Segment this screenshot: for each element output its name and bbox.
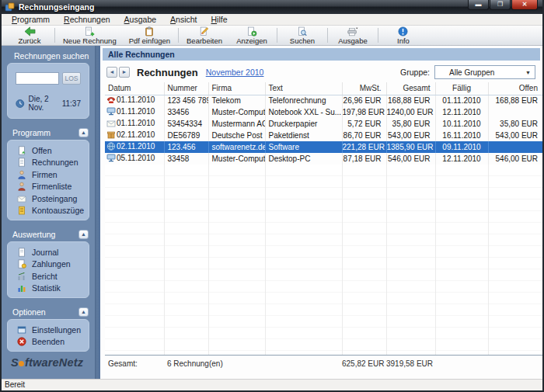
table-row[interactable]: 02.11.2010 DE56789 Deutsche Post Paketdi…: [105, 130, 542, 141]
prev-month-button[interactable]: ◄: [106, 67, 117, 78]
computer-icon: [106, 107, 117, 117]
table-row[interactable]: 01.11.2010 53454334 Mustermann AG Drucke…: [105, 118, 542, 130]
sidebar-item-rechnungen[interactable]: Rechnungen: [8, 157, 89, 169]
programm-panel: Offen Rechnungen Firmen Firmenliste Post…: [7, 140, 89, 220]
output-button[interactable]: Ausgabe: [330, 26, 376, 45]
sidebar-item-einstellungen[interactable]: Einstellungen: [8, 324, 89, 336]
view-title-bar: Alle Rechnungen: [103, 48, 540, 61]
back-button[interactable]: Zurück: [6, 26, 53, 45]
toolbar: Zurück Neue Rechnung Pdf einfügen Bearbe…: [2, 26, 542, 46]
minimize-button[interactable]: ▬: [468, 0, 489, 10]
period-link[interactable]: November 2010: [206, 68, 264, 77]
sidebar-item-journal[interactable]: Journal: [8, 246, 89, 258]
menu-ansicht[interactable]: Ansicht: [163, 14, 204, 25]
section-title-programm: Programm: [12, 128, 51, 137]
col-nummer[interactable]: Nummer: [164, 82, 208, 95]
summary-gesamt-total: 3919,58 EUR: [386, 356, 435, 371]
main-content: Alle Rechnungen ◄ ► Rechnungen November …: [100, 46, 542, 379]
info-button[interactable]: Info: [380, 26, 427, 45]
menu-programm[interactable]: Programm: [5, 14, 57, 25]
bar-chart-icon: [17, 283, 26, 293]
info-icon: [398, 26, 408, 36]
edit-button[interactable]: Bearbeiten: [180, 26, 228, 45]
col-gesamt[interactable]: Gesamt: [386, 82, 435, 95]
next-month-button[interactable]: ►: [119, 67, 130, 78]
new-document-icon: [84, 26, 95, 36]
group-select[interactable]: Alle Gruppen ▼: [434, 65, 535, 79]
table-row[interactable]: 01.11.2010 33456 Muster-Computer Noteboo…: [105, 106, 542, 118]
toolbar-separator: [378, 28, 378, 43]
col-offen[interactable]: Offen: [488, 82, 542, 95]
search-button[interactable]: Suchen: [279, 26, 326, 45]
menu-ausgabe[interactable]: Ausgabe: [117, 14, 163, 25]
sidebar-item-firmen[interactable]: Firmen: [8, 168, 89, 181]
sidebar: Rechnungen suchen LOS Die, 2 Nov. 11:37 …: [2, 46, 95, 379]
col-firma[interactable]: Firma: [208, 82, 265, 95]
window-title: Rechnungseingang: [19, 2, 94, 12]
app-window: Rechnungseingang ▬ ❐ ✕ Programm Rechnung…: [0, 0, 544, 392]
table-row[interactable]: 05.11.2010 33458 Muster-Computer Desktop…: [105, 153, 542, 165]
menu-rechnungen[interactable]: Rechnungen: [57, 14, 117, 25]
invoice-table: Datum Nummer Firma Text MwSt. Gesamt Fäl…: [105, 82, 542, 355]
document-icon: [17, 158, 26, 167]
close-button[interactable]: ✕: [511, 0, 538, 10]
envelope-icon: [17, 194, 26, 203]
section-title-optionen: Optionen: [12, 307, 46, 317]
printer-icon: [347, 26, 358, 36]
maximize-button[interactable]: ❐: [490, 0, 511, 10]
group-label: Gruppe:: [400, 68, 430, 77]
table-row[interactable]: 01.11.2010 123 456 7890 Telekom Telefonr…: [105, 95, 542, 106]
col-datum[interactable]: Datum: [105, 82, 164, 95]
table-empty-area: [105, 165, 542, 355]
collapse-button[interactable]: ▲: [78, 307, 89, 317]
collapse-button[interactable]: ▲: [78, 230, 89, 239]
list-toolbar: ◄ ► Rechnungen November 2010 Gruppe: All…: [106, 64, 535, 81]
sidebar-item-bericht[interactable]: Bericht: [8, 270, 89, 283]
clipboard-icon: [144, 26, 155, 36]
search-document-icon: [297, 26, 308, 36]
sidebar-splitter[interactable]: [95, 46, 100, 379]
sidebar-item-statistik[interactable]: Statistik: [8, 283, 89, 295]
list-title: Rechnungen: [137, 67, 198, 78]
collapse-button[interactable]: ▲: [78, 128, 89, 137]
document-icon: [17, 248, 26, 257]
sidebar-item-posteingang[interactable]: Posteingang: [8, 193, 89, 205]
sidebar-item-zahlungen[interactable]: Zahlungen: [8, 258, 89, 271]
col-mwst[interactable]: MwSt.: [342, 82, 386, 95]
back-arrow-icon: [24, 26, 36, 36]
search-input[interactable]: [16, 72, 59, 85]
col-text[interactable]: Text: [265, 82, 342, 95]
chevron-down-icon: ▼: [525, 70, 531, 75]
softwarenetz-logo: SftwareNetz: [11, 356, 83, 369]
document-open-icon: [17, 146, 26, 155]
summary-label: Gesamt:: [105, 356, 164, 371]
menu-hilfe[interactable]: Hilfe: [204, 14, 235, 25]
settings-window-icon: [17, 325, 26, 335]
sidebar-item-offen[interactable]: Offen: [8, 144, 89, 157]
current-date: Die, 2 Nov.: [29, 95, 62, 112]
table-row-selected[interactable]: 02.11.2010 123.456 softwarenetz.de Softw…: [105, 141, 542, 153]
sidebar-item-firmenliste[interactable]: Firmenliste: [8, 181, 89, 193]
mail-icon: [106, 119, 117, 129]
search-section-title: Rechnungen suchen: [14, 51, 95, 61]
menu-bar: Programm Rechnungen Ausgabe Ansicht Hilf…: [2, 14, 542, 26]
title-bar: Rechnungseingang ▬ ❐ ✕: [2, 0, 542, 14]
new-invoice-button[interactable]: Neue Rechnung: [57, 26, 123, 45]
view-document-icon: [246, 26, 257, 36]
current-time: 11:37: [62, 99, 81, 108]
summary-row: Gesamt: 6 Rechnung(en) 625,82 EUR 3919,5…: [105, 355, 542, 371]
status-bar: Bereit: [2, 379, 542, 390]
toolbar-separator: [327, 28, 328, 43]
note-icon: [17, 206, 26, 215]
search-go-button[interactable]: LOS: [62, 72, 81, 85]
summary-count: 6 Rechnung(en): [164, 356, 265, 371]
sidebar-item-kontoauszuege[interactable]: Kontoauszüge: [8, 205, 89, 217]
pdf-insert-button[interactable]: Pdf einfügen: [123, 26, 176, 45]
section-title-auswertung: Auswertung: [12, 230, 55, 239]
globe-icon: [106, 142, 117, 152]
col-faellig[interactable]: Fällig: [435, 82, 488, 95]
toolbar-separator: [277, 28, 277, 43]
clock-icon[interactable]: [16, 99, 25, 109]
sidebar-item-beenden[interactable]: Beenden: [8, 336, 89, 349]
show-button[interactable]: Anzeigen: [228, 26, 275, 45]
